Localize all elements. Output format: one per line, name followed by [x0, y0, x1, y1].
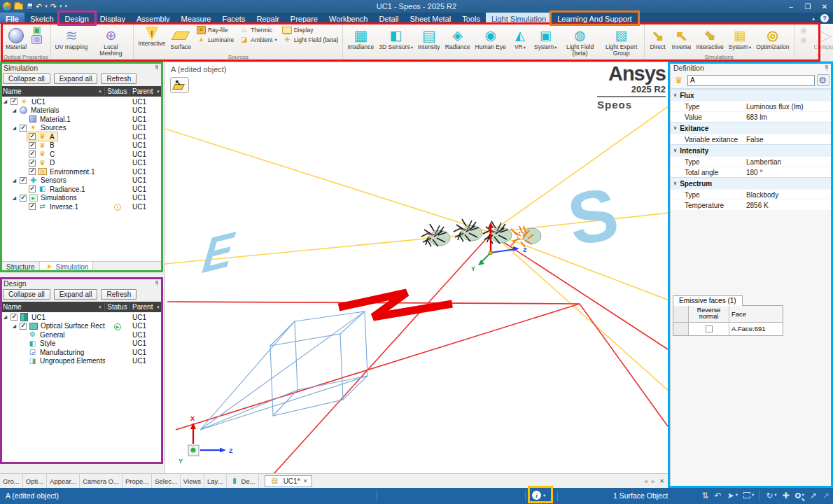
- status-column-header[interactable]: Status: [105, 303, 130, 311]
- document-close-icon[interactable]: ×: [304, 477, 307, 484]
- ribbon-button-direct[interactable]: Direct: [647, 25, 669, 52]
- checkbox-inverse-1[interactable]: [29, 203, 36, 210]
- parent-column-header[interactable]: Parent: [132, 88, 153, 95]
- ribbon-button-uv-mapping[interactable]: UV mapping: [53, 25, 90, 52]
- menu-tab-prepare[interactable]: Prepare: [285, 13, 323, 24]
- open-file-icon[interactable]: [14, 4, 23, 10]
- pan-icon[interactable]: ✚: [783, 491, 790, 500]
- tree-row-c[interactable]: CUC1: [1, 150, 162, 159]
- menu-tab-light-simulation[interactable]: Light Simulation: [486, 13, 552, 24]
- status-column-header[interactable]: Status: [105, 88, 130, 95]
- ribbon-button-interactive[interactable]: Interactive: [694, 25, 725, 52]
- select-cursor-icon[interactable]: ➤▾: [727, 491, 738, 500]
- source-settings-button[interactable]: [817, 74, 830, 86]
- filter-icon[interactable]: ▼: [98, 90, 102, 94]
- menu-tab-learning-and-support[interactable]: Learning And Support: [552, 13, 637, 24]
- checkbox-b[interactable]: [29, 142, 36, 149]
- ribbon-button-eye1[interactable]: [797, 25, 811, 34]
- exit-edit-button[interactable]: [170, 77, 189, 93]
- button-expand-all[interactable]: Expand all: [54, 74, 98, 84]
- tree-row-material-1[interactable]: Material.1UC1: [1, 115, 162, 124]
- bottom-tab-de[interactable]: De...: [227, 474, 259, 488]
- ribbon-button-luminaire[interactable]: Luminaire: [194, 35, 236, 44]
- tree-row-sources[interactable]: ◢SourcesUC1: [1, 124, 162, 133]
- bottom-tab-appear[interactable]: Appear...: [47, 474, 80, 488]
- ribbon-button-3d-sensors[interactable]: 3D Sensors▾: [377, 25, 415, 52]
- ribbon-button-system[interactable]: System▾: [532, 25, 559, 52]
- row-handle[interactable]: [673, 323, 689, 335]
- ribbon-button-camera[interactable]: [29, 35, 44, 44]
- redo-icon[interactable]: ↷: [50, 3, 57, 10]
- tree-row-radiance-1[interactable]: Radiance.1UC1: [1, 185, 162, 194]
- ribbon-button-surface[interactable]: Surface: [169, 25, 193, 52]
- restore-button[interactable]: ❐: [799, 0, 816, 13]
- undo-dropdown-icon[interactable]: ▾: [45, 4, 48, 9]
- ribbon-button-intensity[interactable]: Intensity: [416, 25, 442, 52]
- face-cell[interactable]: A.Face:691: [729, 323, 783, 335]
- filter-icon[interactable]: ▼: [98, 305, 102, 309]
- menu-tab-assembly[interactable]: Assembly: [131, 13, 176, 24]
- bottom-tab-opti[interactable]: Opti...: [23, 474, 47, 488]
- ribbon-button-eye2[interactable]: [797, 35, 811, 44]
- bottom-tab-views[interactable]: Views: [181, 474, 204, 488]
- pin-icon[interactable]: [154, 65, 160, 71]
- button-refresh[interactable]: Refresh: [101, 74, 136, 84]
- ribbon-button-light-expert-group[interactable]: Light Expert Group: [601, 25, 642, 59]
- measure-icon[interactable]: ↗: [810, 491, 817, 500]
- property-value[interactable]: Lambertian: [746, 158, 832, 166]
- zoom-icon[interactable]: ▾: [795, 493, 804, 498]
- tree-row-general[interactable]: GeneralUC1: [1, 330, 162, 340]
- button-expand-all[interactable]: Expand all: [54, 289, 98, 300]
- dimension-icon[interactable]: ↗: [822, 491, 830, 500]
- tree-row-style[interactable]: StyleUC1: [1, 340, 162, 349]
- spinner-icon[interactable]: ⇅: [702, 491, 709, 500]
- document-tab[interactable]: UC1* ×: [265, 475, 312, 487]
- name-column-header[interactable]: Name: [3, 303, 22, 311]
- ribbon-button-local-meshing[interactable]: Local Meshing: [90, 25, 131, 59]
- tree-row-uc1[interactable]: ◢UC1UC1: [1, 97, 162, 106]
- 3d-viewport[interactable]: E S: [164, 62, 668, 473]
- ribbon-button-texture[interactable]: [29, 25, 44, 34]
- bottom-tab-gro[interactable]: Gro...: [0, 474, 23, 488]
- checkbox-simulations[interactable]: [20, 195, 27, 202]
- property-section-flux[interactable]: ∨Flux: [671, 89, 832, 101]
- box-select-icon[interactable]: ▾: [743, 492, 754, 498]
- checkbox-d[interactable]: [29, 160, 36, 167]
- property-value[interactable]: 2856 K: [746, 202, 832, 209]
- info-dropdown[interactable]: i▾: [532, 491, 545, 500]
- customize-qat-icon[interactable]: ▾: [64, 4, 67, 9]
- orbit-icon[interactable]: ↻▾: [766, 491, 776, 500]
- ribbon-button-inverse[interactable]: Inverse: [670, 25, 694, 52]
- expander-icon[interactable]: ◢: [2, 99, 8, 104]
- ribbon-button-interactive[interactable]: Interactive: [136, 25, 167, 48]
- pin-icon[interactable]: [824, 65, 830, 71]
- ribbon-button-radiance[interactable]: Radiance: [443, 25, 472, 52]
- emissive-faces-tab[interactable]: Emissive faces (1): [673, 295, 743, 306]
- ribbon-button-material[interactable]: Material: [4, 25, 29, 52]
- menu-tab-file[interactable]: File: [0, 13, 24, 24]
- checkbox-uc1[interactable]: [10, 98, 18, 105]
- checkbox-a[interactable]: [29, 133, 36, 140]
- ribbon-button-thermic[interactable]: Thermic: [237, 25, 279, 34]
- parent-column-header[interactable]: Parent: [132, 303, 153, 311]
- minimize-button[interactable]: –: [783, 0, 799, 13]
- panel-tab-structure[interactable]: Structure: [2, 262, 40, 272]
- ribbon-button-human-eye[interactable]: Human Eye: [473, 25, 508, 52]
- checkbox-sensors[interactable]: [20, 177, 27, 184]
- menu-tab-tools[interactable]: Tools: [456, 13, 486, 24]
- button-collapse-all[interactable]: Collapse all: [3, 74, 50, 84]
- ribbon-button-vr[interactable]: VR▾: [509, 25, 531, 52]
- redo-dropdown-icon[interactable]: ▾: [59, 4, 62, 9]
- menu-tab-sketch[interactable]: Sketch: [24, 13, 59, 24]
- checkbox-radiance-1[interactable]: [29, 186, 36, 192]
- property-section-exitance[interactable]: ∨Exitance: [671, 122, 832, 134]
- panel-tab-simulation[interactable]: Simulation: [40, 262, 94, 272]
- expander-icon[interactable]: ◢: [2, 314, 8, 320]
- menu-tab-workbench[interactable]: Workbench: [323, 13, 373, 24]
- checkbox-optical-surface-rectangular-1[interactable]: [20, 323, 27, 330]
- filter-icon[interactable]: ▼: [156, 305, 160, 309]
- ribbon-button-optimization[interactable]: Optimization: [754, 25, 791, 52]
- ribbon-button-compute[interactable]: Compute: [812, 25, 833, 52]
- property-value[interactable]: Luminous flux (lm): [746, 103, 832, 111]
- tree-row-optical-surface-rectangular-1[interactable]: ◢Optical Surface Rectangular.1▶UC1: [1, 322, 162, 331]
